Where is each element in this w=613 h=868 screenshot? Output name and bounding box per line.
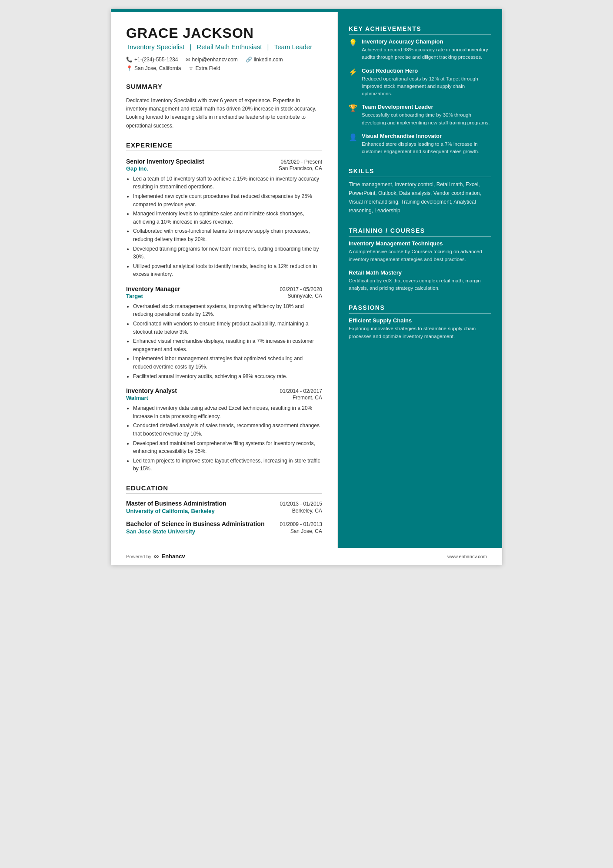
job-dates-2: 03/2017 - 05/2020 <box>280 286 322 292</box>
job-block-2: Inventory Manager 03/2017 - 05/2020 Targ… <box>126 285 322 380</box>
summary-text: Dedicated Inventory Specialist with over… <box>126 97 322 130</box>
passion-name-1: Efficient Supply Chains <box>349 317 491 324</box>
skills-title: SKILLS <box>349 168 491 177</box>
training-section: TRAINING / COURSES Inventory Management … <box>349 227 491 292</box>
training-title: TRAINING / COURSES <box>349 227 491 237</box>
training-name-1: Inventory Management Techniques <box>349 240 491 247</box>
star-icon: ☆ <box>189 65 193 71</box>
job-company-3: Walmart <box>126 395 148 401</box>
location-icon: 📍 <box>126 65 133 71</box>
education-section: EDUCATION Master of Business Administrat… <box>126 484 322 535</box>
passions-title: PASSIONS <box>349 304 491 314</box>
bullet-2-4: Implemented labor management strategies … <box>133 355 322 371</box>
header: GRACE JACKSON Inventory Specialist | Ret… <box>126 25 322 71</box>
skills-text: Time management, Inventory control, Reta… <box>349 181 491 215</box>
edu-loc-1: Berkeley, CA <box>292 508 322 514</box>
achievement-title-3: Team Development Leader <box>362 104 491 110</box>
bullet-3-1: Managed inventory data using advanced Ex… <box>133 404 322 420</box>
achievement-content-4: Visual Merchandise Innovator Enhanced st… <box>362 133 491 156</box>
edu-block-1: Master of Business Administration 01/201… <box>126 500 322 514</box>
title-separator-1: | <box>190 43 193 50</box>
edu-block-2: Bachelor of Science in Business Administ… <box>126 520 322 535</box>
job-title-3: Inventory Analyst <box>126 387 177 394</box>
enhancv-infinity-icon: ∞ <box>154 553 159 560</box>
right-column: KEY ACHIEVEMENTS 💡 Inventory Accuracy Ch… <box>338 12 502 548</box>
job-block-3: Inventory Analyst 01/2014 - 02/2017 Walm… <box>126 387 322 473</box>
achievement-title-4: Visual Merchandise Innovator <box>362 133 491 139</box>
title-part-3: Team Leader <box>274 43 313 50</box>
bullet-2-2: Coordinated with vendors to ensure timel… <box>133 320 322 336</box>
edu-dates-2: 01/2009 - 01/2013 <box>280 521 322 527</box>
summary-section: SUMMARY Dedicated Inventory Specialist w… <box>126 83 322 130</box>
edu-sub-1: University of California, Berkeley Berke… <box>126 508 322 514</box>
edu-dates-1: 01/2013 - 01/2015 <box>280 501 322 507</box>
job-title-1: Senior Inventory Specialist <box>126 158 204 165</box>
candidate-name: GRACE JACKSON <box>126 25 322 41</box>
edu-school-1: University of California, Berkeley <box>126 508 215 514</box>
link-icon: 🔗 <box>246 57 252 63</box>
achievement-desc-4: Enhanced store displays leading to a 7% … <box>362 141 491 156</box>
education-title: EDUCATION <box>126 484 322 494</box>
training-item-1: Inventory Management Techniques A compre… <box>349 240 491 263</box>
email-item: ✉ help@enhancv.com <box>186 57 237 63</box>
job-dates-1: 06/2020 - Present <box>281 159 322 165</box>
job-bullets-3: Managed inventory data using advanced Ex… <box>126 404 322 473</box>
title-part-2: Retail Math Enthusiast <box>197 43 262 50</box>
bullet-1-4: Collaborated with cross-functional teams… <box>133 227 322 243</box>
experience-title: EXPERIENCE <box>126 141 322 151</box>
bullet-3-4: Led team projects to improve store layou… <box>133 457 322 473</box>
bullet-1-2: Implemented new cycle count procedures t… <box>133 192 322 208</box>
achievement-icon-4: 👤 <box>349 133 357 156</box>
bullet-3-3: Developed and maintained comprehensive f… <box>133 439 322 456</box>
edu-loc-2: San Jose, CA <box>290 528 322 535</box>
training-item-2: Retail Math Mastery Certification by edX… <box>349 269 491 292</box>
bullet-1-1: Led a team of 10 inventory staff to achi… <box>133 175 322 191</box>
email-text: help@enhancv.com <box>192 57 237 63</box>
edu-header-1: Master of Business Administration 01/201… <box>126 500 322 507</box>
achievement-item-4: 👤 Visual Merchandise Innovator Enhanced … <box>349 133 491 156</box>
email-icon: ✉ <box>186 57 190 63</box>
achievement-icon-1: 💡 <box>349 39 357 61</box>
bullet-1-6: Utilized powerful analytical tools to id… <box>133 262 322 278</box>
achievement-icon-2: ⚡ <box>349 68 357 98</box>
job-bullets-2: Overhauled stock management systems, imp… <box>126 302 322 380</box>
phone-text: +1-(234)-555-1234 <box>134 57 178 63</box>
achievement-item-1: 💡 Inventory Accuracy Champion Achieved a… <box>349 38 491 61</box>
bullet-3-2: Conducted detailed analysis of sales tre… <box>133 422 322 438</box>
passion-desc-1: Exploring innovative strategies to strea… <box>349 325 491 340</box>
edu-header-2: Bachelor of Science in Business Administ… <box>126 520 322 527</box>
edu-degree-1: Master of Business Administration <box>126 500 280 507</box>
title-part-1: Inventory Specialist <box>128 43 184 50</box>
job-header-3: Inventory Analyst 01/2014 - 02/2017 <box>126 387 322 394</box>
job-location-1: San Francisco, CA <box>279 165 322 172</box>
training-name-2: Retail Math Mastery <box>349 269 491 276</box>
job-sub-3: Walmart Fremont, CA <box>126 395 322 401</box>
phone-item: 📞 +1-(234)-555-1234 <box>126 57 178 63</box>
job-sub-2: Target Sunnyvale, CA <box>126 293 322 299</box>
title-separator-2: | <box>267 43 271 50</box>
achievement-title-2: Cost Reduction Hero <box>362 67 491 74</box>
bullet-2-3: Enhanced visual merchandise displays, re… <box>133 337 322 353</box>
job-company-2: Target <box>126 293 143 299</box>
job-location-3: Fremont, CA <box>293 395 322 401</box>
enhancv-logo: Enhancv <box>162 553 185 560</box>
top-accent-bar <box>111 9 502 12</box>
footer: Powered by ∞ Enhancv www.enhancv.com <box>111 548 502 565</box>
achievement-content-1: Inventory Accuracy Champion Achieved a r… <box>362 38 491 61</box>
achievement-content-2: Cost Reduction Hero Reduced operational … <box>362 67 491 98</box>
footer-website: www.enhancv.com <box>447 554 487 559</box>
summary-title: SUMMARY <box>126 83 322 92</box>
powered-by-label: Powered by <box>126 554 151 559</box>
linkedin-text: linkedin.com <box>254 57 283 63</box>
achievement-title-1: Inventory Accuracy Champion <box>362 38 491 45</box>
job-sub-1: Gap Inc. San Francisco, CA <box>126 165 322 172</box>
bullet-1-5: Developed training programs for new team… <box>133 245 322 261</box>
extra-text: Extra Field <box>195 65 220 71</box>
achievement-content-3: Team Development Leader Successfully cut… <box>362 104 491 127</box>
achievement-desc-1: Achieved a record 98% accuracy rate in a… <box>362 46 491 61</box>
job-header-2: Inventory Manager 03/2017 - 05/2020 <box>126 285 322 292</box>
linkedin-item: 🔗 linkedin.com <box>246 57 283 63</box>
bullet-1-3: Managed inventory levels to optimize sal… <box>133 210 322 226</box>
achievement-desc-2: Reduced operational costs by 12% at Targ… <box>362 75 491 98</box>
candidate-title: Inventory Specialist | Retail Math Enthu… <box>126 43 322 50</box>
